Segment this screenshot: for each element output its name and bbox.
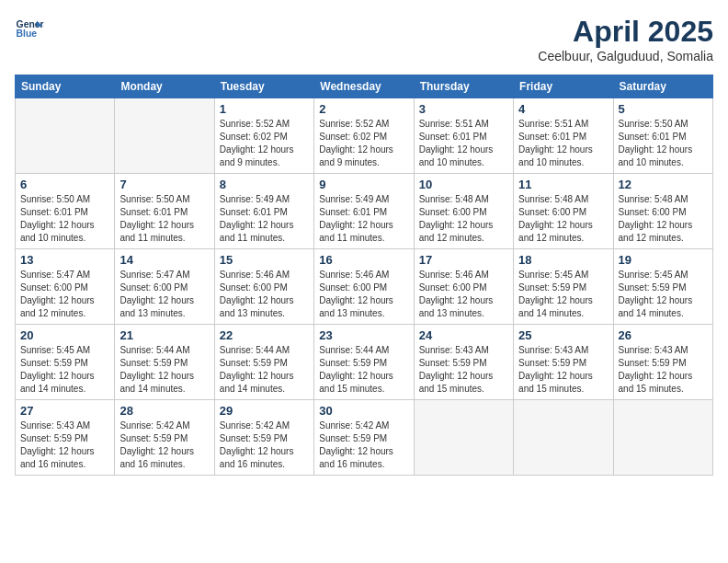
calendar-cell: 3Sunrise: 5:51 AMSunset: 6:01 PMDaylight… [414,98,513,174]
day-number: 28 [119,404,209,418]
day-info: Sunrise: 5:46 AMSunset: 6:00 PMDaylight:… [419,269,508,320]
calendar-cell [115,98,214,174]
calendar-cell [514,400,613,476]
day-info: Sunrise: 5:43 AMSunset: 5:59 PMDaylight:… [419,344,508,396]
day-info: Sunrise: 5:49 AMSunset: 6:01 PMDaylight:… [319,193,408,245]
weekday-header-saturday: Saturday [613,75,712,98]
day-info: Sunrise: 5:43 AMSunset: 5:59 PMDaylight:… [518,344,608,396]
day-number: 9 [319,178,408,191]
day-info: Sunrise: 5:44 AMSunset: 5:59 PMDaylight:… [220,344,309,396]
calendar-week-5: 27Sunrise: 5:43 AMSunset: 5:59 PMDayligh… [16,400,713,476]
calendar-cell: 24Sunrise: 5:43 AMSunset: 5:59 PMDayligh… [414,325,513,400]
day-number: 30 [319,404,408,418]
day-number: 14 [119,253,209,267]
calendar-cell: 6Sunrise: 5:50 AMSunset: 6:01 PMDaylight… [16,174,115,249]
calendar-cell: 11Sunrise: 5:48 AMSunset: 6:00 PMDayligh… [514,174,613,249]
calendar-body: 1Sunrise: 5:52 AMSunset: 6:02 PMDaylight… [16,98,713,476]
calendar-subtitle: Ceelbuur, Galguduud, Somalia [538,49,713,63]
weekday-header-friday: Friday [514,75,613,98]
logo: General Blue General Blue [15,15,44,44]
calendar-cell: 16Sunrise: 5:46 AMSunset: 6:00 PMDayligh… [314,249,414,325]
calendar-cell: 28Sunrise: 5:42 AMSunset: 5:59 PMDayligh… [115,400,214,476]
day-number: 24 [419,328,508,342]
calendar-week-3: 13Sunrise: 5:47 AMSunset: 6:00 PMDayligh… [16,249,713,325]
day-number: 16 [319,253,408,267]
day-number: 18 [518,253,608,267]
day-number: 21 [119,328,209,342]
day-number: 25 [518,328,608,342]
day-info: Sunrise: 5:43 AMSunset: 5:59 PMDaylight:… [619,344,708,396]
day-number: 4 [518,102,608,116]
day-info: Sunrise: 5:49 AMSunset: 6:01 PMDaylight:… [220,193,309,245]
day-info: Sunrise: 5:51 AMSunset: 6:01 PMDaylight:… [518,118,608,169]
day-number: 22 [220,328,309,342]
weekday-header-wednesday: Wednesday [314,75,414,98]
day-info: Sunrise: 5:46 AMSunset: 6:00 PMDaylight:… [319,269,408,320]
day-number: 15 [220,253,309,267]
day-info: Sunrise: 5:45 AMSunset: 5:59 PMDaylight:… [518,269,608,320]
day-number: 13 [20,253,109,267]
calendar-cell: 13Sunrise: 5:47 AMSunset: 6:00 PMDayligh… [16,249,115,325]
day-info: Sunrise: 5:45 AMSunset: 5:59 PMDaylight:… [619,269,708,320]
day-info: Sunrise: 5:48 AMSunset: 6:00 PMDaylight:… [619,193,708,245]
calendar-cell: 30Sunrise: 5:42 AMSunset: 5:59 PMDayligh… [314,400,414,476]
calendar-cell: 21Sunrise: 5:44 AMSunset: 5:59 PMDayligh… [115,325,214,400]
day-info: Sunrise: 5:42 AMSunset: 5:59 PMDaylight:… [119,419,209,471]
day-info: Sunrise: 5:47 AMSunset: 6:00 PMDaylight:… [119,269,209,320]
day-info: Sunrise: 5:48 AMSunset: 6:00 PMDaylight:… [518,193,608,245]
day-number: 1 [220,102,309,116]
calendar-cell: 29Sunrise: 5:42 AMSunset: 5:59 PMDayligh… [214,400,313,476]
weekday-header-thursday: Thursday [414,75,513,98]
day-number: 23 [319,328,408,342]
calendar-cell: 9Sunrise: 5:49 AMSunset: 6:01 PMDaylight… [314,174,414,249]
day-number: 19 [619,253,708,267]
day-info: Sunrise: 5:50 AMSunset: 6:01 PMDaylight:… [619,118,708,169]
calendar-cell: 14Sunrise: 5:47 AMSunset: 6:00 PMDayligh… [115,249,214,325]
calendar-week-1: 1Sunrise: 5:52 AMSunset: 6:02 PMDaylight… [16,98,713,174]
calendar-cell: 7Sunrise: 5:50 AMSunset: 6:01 PMDaylight… [115,174,214,249]
calendar-cell [414,400,513,476]
calendar-cell: 20Sunrise: 5:45 AMSunset: 5:59 PMDayligh… [16,325,115,400]
title-block: April 2025 Ceelbuur, Galguduud, Somalia [538,15,713,63]
day-number: 17 [419,253,508,267]
calendar-cell: 27Sunrise: 5:43 AMSunset: 5:59 PMDayligh… [16,400,115,476]
day-number: 7 [119,178,209,191]
calendar-cell [16,98,115,174]
calendar-cell: 2Sunrise: 5:52 AMSunset: 6:02 PMDaylight… [314,98,414,174]
day-info: Sunrise: 5:52 AMSunset: 6:02 PMDaylight:… [319,118,408,169]
day-number: 8 [220,178,309,191]
day-number: 3 [419,102,508,116]
day-number: 5 [619,102,708,116]
day-info: Sunrise: 5:42 AMSunset: 5:59 PMDaylight:… [319,419,408,471]
day-number: 26 [619,328,708,342]
page-header: General Blue General Blue April 2025 Cee… [15,15,713,63]
day-info: Sunrise: 5:44 AMSunset: 5:59 PMDaylight:… [119,344,209,396]
day-info: Sunrise: 5:46 AMSunset: 6:00 PMDaylight:… [220,269,309,320]
calendar-cell: 8Sunrise: 5:49 AMSunset: 6:01 PMDaylight… [214,174,313,249]
calendar-cell: 1Sunrise: 5:52 AMSunset: 6:02 PMDaylight… [214,98,313,174]
calendar-cell [613,400,712,476]
day-number: 20 [20,328,109,342]
weekday-header-row: SundayMondayTuesdayWednesdayThursdayFrid… [16,75,713,98]
calendar-week-4: 20Sunrise: 5:45 AMSunset: 5:59 PMDayligh… [16,325,713,400]
calendar-table: SundayMondayTuesdayWednesdayThursdayFrid… [15,75,713,476]
weekday-header-sunday: Sunday [16,75,115,98]
day-info: Sunrise: 5:51 AMSunset: 6:01 PMDaylight:… [419,118,508,169]
calendar-cell: 18Sunrise: 5:45 AMSunset: 5:59 PMDayligh… [514,249,613,325]
day-info: Sunrise: 5:50 AMSunset: 6:01 PMDaylight:… [20,193,109,245]
calendar-cell: 25Sunrise: 5:43 AMSunset: 5:59 PMDayligh… [514,325,613,400]
calendar-cell: 17Sunrise: 5:46 AMSunset: 6:00 PMDayligh… [414,249,513,325]
weekday-header-tuesday: Tuesday [214,75,313,98]
day-number: 11 [518,178,608,191]
calendar-cell: 15Sunrise: 5:46 AMSunset: 6:00 PMDayligh… [214,249,313,325]
day-info: Sunrise: 5:52 AMSunset: 6:02 PMDaylight:… [220,118,309,169]
day-number: 27 [20,404,109,418]
calendar-cell: 10Sunrise: 5:48 AMSunset: 6:00 PMDayligh… [414,174,513,249]
calendar-cell: 26Sunrise: 5:43 AMSunset: 5:59 PMDayligh… [613,325,712,400]
calendar-cell: 5Sunrise: 5:50 AMSunset: 6:01 PMDaylight… [613,98,712,174]
day-number: 6 [20,178,109,191]
weekday-header-monday: Monday [115,75,214,98]
day-info: Sunrise: 5:48 AMSunset: 6:00 PMDaylight:… [419,193,508,245]
day-number: 2 [319,102,408,116]
svg-text:Blue: Blue [17,29,38,39]
